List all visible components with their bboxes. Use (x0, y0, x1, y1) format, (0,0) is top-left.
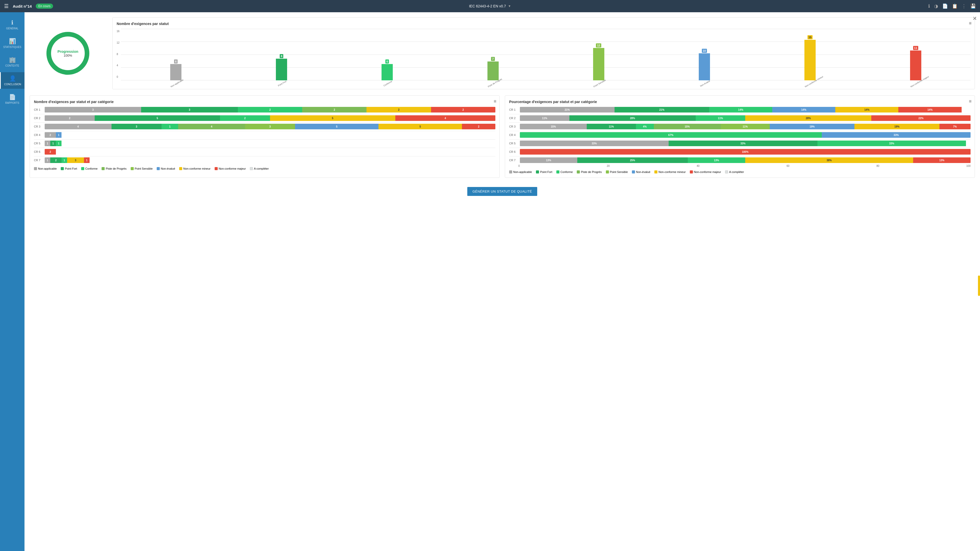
save-icon[interactable]: 💾 (970, 3, 976, 9)
pct-row-cr3: CR 3 15% 11% 4% 15% 11% 19% 19% 7% (509, 124, 970, 129)
x-axis-labels: Non-applicable Point Fort Conforme Piste… (121, 81, 970, 85)
bars-area: 6 8 6 (121, 29, 970, 80)
stacked-bar-cr1: 3 3 2 2 2 2 (45, 107, 495, 113)
sidebar-label-contexte: CONTEXTE (5, 64, 19, 67)
stacked-bar-cr5: 1 1 1 (45, 141, 495, 146)
document-icon[interactable]: 📄 (942, 3, 948, 9)
pct-legend-a-completer: A compléter (725, 170, 744, 173)
sidebar-item-rapports[interactable]: 📄 RAPPORTS (0, 91, 24, 107)
donut-center: Progression 100% (57, 49, 78, 57)
content-area: ✕ Progression 100% Nombre d'exig (24, 12, 980, 551)
menu-icon[interactable]: ☰ (4, 3, 9, 9)
pct-bar-cr5: 33% 33% 33% (520, 141, 970, 146)
pct-legend-nc-majeur: Non-conforme majeur (690, 170, 721, 173)
pct-x-40: 40 (697, 165, 700, 167)
pct-bar-cr4: 67% 33% (520, 132, 970, 138)
bar-non-applicable: 6 (169, 59, 183, 80)
x-label-7: Non-conforme majeur (910, 79, 923, 88)
stacked-count-title: Nombre d'exigences par statut et par cat… (34, 100, 495, 104)
scroll-indicator[interactable] (978, 275, 980, 296)
progression-label: Progression (57, 49, 78, 54)
pct-x-60: 60 (787, 165, 789, 167)
sidebar-item-statistiques[interactable]: 📊 STATISTIQUES (0, 35, 24, 52)
pct-chart-menu-icon[interactable]: ≡ (969, 99, 972, 104)
pct-chart-title: Pourcentage d'exigences par statut et pa… (509, 100, 970, 104)
stats-icon: 📊 (9, 38, 16, 44)
sidebar-label-general: GÉNÉRAL (6, 27, 18, 30)
stacked-count-menu-icon[interactable]: ≡ (493, 99, 496, 104)
bar-point-fort: 8 (275, 54, 288, 80)
contexte-icon: 🏢 (9, 57, 16, 63)
stacked-bar-cr6: 2 (45, 149, 495, 155)
sidebar-item-general[interactable]: ℹ GÉNÉRAL (0, 16, 24, 33)
stacked-count-legend: Non-applicable Point Fort Conforme Piste… (34, 167, 495, 170)
bars-container: 6 8 6 (121, 29, 970, 85)
info-icon[interactable]: ℹ (928, 3, 930, 9)
pct-bar-cr1: 21% 21% 14% 14% 14% 14% (520, 107, 970, 113)
y-tick-12: 12 (117, 41, 119, 44)
donut-chart: Progression 100% (42, 28, 94, 79)
pct-x-80: 80 (877, 165, 879, 167)
pct-row-cr5: CR 5 33% 33% 33% (509, 141, 970, 146)
audit-title: Audit n°14 (13, 4, 32, 8)
legend-sensible: Point Sensible (130, 167, 153, 170)
stacked-row-cr7: CR 7 1 2 1 3 1 (34, 157, 495, 163)
legend-nc-majeur: Non-conforme majeur (215, 167, 246, 170)
general-icon: ℹ (11, 19, 13, 26)
pct-legend-conforme: Conforme (556, 170, 573, 173)
x-label-3: Piste de Progrès (487, 79, 500, 88)
pct-chart-section: Pourcentage d'exigences par statut et pa… (505, 95, 975, 178)
bar-chart-menu-icon[interactable]: ≡ (969, 21, 972, 26)
bar-chart-area: 0 4 8 12 16 (117, 29, 970, 85)
stacked-row-cr2: CR 2 2 5 2 5 4 (34, 115, 495, 121)
stacked-row-cr4: CR 4 2 1 (34, 132, 495, 138)
bar-point-sensible: 12 (592, 43, 605, 81)
clipboard-icon[interactable]: 📋 (952, 3, 958, 9)
topbar-right: ℹ ◑ 📄 📋 ⋮ 💾 (928, 3, 976, 9)
legend-non-applicable: Non-applicable (34, 167, 57, 170)
y-tick-0: 0 (117, 76, 119, 78)
status-badge: En cours (36, 3, 53, 9)
stacked-bar-cr4: 2 1 (45, 132, 495, 138)
sidebar-label-rapports: RAPPORTS (5, 102, 19, 104)
more-icon[interactable]: ⋮ (962, 3, 966, 9)
generate-quality-button[interactable]: GÉNÉRER UN STATUT DE QUALITÉ (467, 187, 537, 196)
pct-chart-legend: Non-applicable Point Fort Conforme Piste… (509, 170, 970, 173)
pct-bar-cr7: 13% 25% 13% 38% 13% (520, 157, 970, 163)
sidebar-label-statistiques: STATISTIQUES (3, 46, 21, 48)
stacked-bar-cr7: 1 2 1 3 1 (45, 157, 495, 163)
sidebar-label-conclusion: CONCLUSION (4, 83, 21, 86)
progression-container: Progression 100% (30, 17, 106, 89)
progression-value: 100% (57, 54, 78, 57)
bar-conforme: 6 (380, 59, 394, 80)
pct-x-0: 0 (518, 165, 520, 167)
stacked-row-cr6: CR 6 2 (34, 149, 495, 155)
pct-row-cr1: CR 1 21% 21% 14% 14% 14% 14% (509, 107, 970, 113)
bar-nc-majeur: 11 (909, 46, 922, 80)
legend-point-fort: Point Fort (61, 167, 77, 170)
audit-dropdown-label: IEC 62443-4-2 EN v0.7 (469, 4, 506, 8)
pct-bar-cr3: 15% 11% 4% 15% 11% 19% 19% 7% (520, 124, 970, 129)
sidebar: ℹ GÉNÉRAL 📊 STATISTIQUES 🏢 CONTEXTE 👤 CO… (0, 12, 24, 551)
stacked-bar-cr3: 4 3 1 4 3 5 5 2 (45, 124, 495, 129)
main-layout: ℹ GÉNÉRAL 📊 STATISTIQUES 🏢 CONTEXTE 👤 CO… (0, 12, 980, 551)
chart-icon[interactable]: ◑ (934, 3, 938, 9)
pct-legend-piste: Piste de Progrès (577, 170, 601, 173)
legend-non-evalue: Non-évalué (157, 167, 175, 170)
top-section: Progression 100% Nombre d'exigences par … (30, 17, 975, 89)
stacked-bar-cr2: 2 5 2 5 4 (45, 115, 495, 121)
bar-non-evalue: 10 (698, 49, 711, 80)
stacked-count-chart: Nombre d'exigences par statut et par cat… (30, 95, 500, 178)
bar-nc-mineur: 15 (803, 35, 817, 80)
bottom-section: Nombre d'exigences par statut et par cat… (30, 95, 975, 178)
chevron-down-icon[interactable]: ▼ (508, 4, 511, 8)
btn-row: GÉNÉRER UN STATUT DE QUALITÉ (30, 182, 975, 196)
bar-piste: 7 (487, 57, 500, 80)
pct-bar-cr2: 11% 28% 11% 28% 22% (520, 115, 970, 121)
sidebar-item-contexte[interactable]: 🏢 CONTEXTE (0, 54, 24, 70)
pct-legend-non-applicable: Non-applicable (509, 170, 532, 173)
stacked-row-cr1: CR 1 3 3 2 2 2 2 (34, 107, 495, 113)
x-label-6: Non-conforme mineur (804, 79, 817, 88)
pct-row-cr7: CR 7 13% 25% 13% 38% 13% (509, 157, 970, 163)
sidebar-item-conclusion[interactable]: 👤 CONCLUSION (0, 72, 24, 89)
